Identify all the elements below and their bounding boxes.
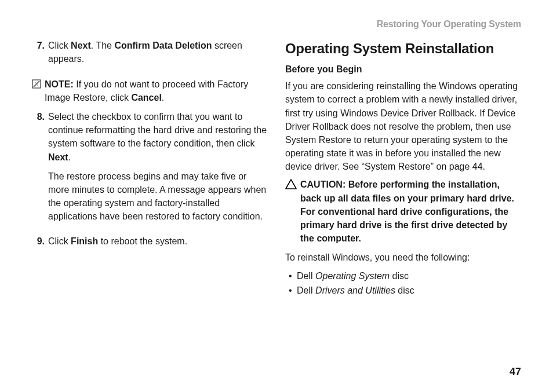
bold-text: Finish bbox=[71, 236, 98, 246]
paragraph: If you are considering reinstalling the … bbox=[285, 79, 521, 173]
note-block: NOTE: If you do not want to proceed with… bbox=[32, 78, 268, 104]
caution-text: CAUTION: Before performing the installat… bbox=[300, 178, 521, 245]
text: . bbox=[68, 152, 71, 162]
text: Dell bbox=[297, 271, 315, 281]
paragraph: To reinstall Windows, you need the follo… bbox=[285, 251, 521, 264]
text: disc bbox=[390, 271, 409, 281]
bold-text: Next bbox=[71, 41, 91, 50]
text: Click bbox=[48, 236, 71, 246]
manual-page: Restoring Your Operating System 7. Click… bbox=[0, 0, 553, 392]
bold-text: Confirm Data Deletion bbox=[114, 41, 212, 50]
text: Dell bbox=[297, 285, 315, 295]
note-body: NOTE: If you do not want to proceed with… bbox=[45, 78, 268, 104]
list-item: Dell Drivers and Utilities disc bbox=[296, 284, 521, 297]
step-number: 7. bbox=[32, 39, 45, 71]
text: Click bbox=[48, 41, 71, 50]
italic-text: Operating System bbox=[315, 271, 390, 281]
note-label: NOTE: bbox=[45, 79, 74, 89]
text: disc bbox=[395, 285, 414, 295]
paragraph: The restore process begins and may take … bbox=[48, 170, 268, 224]
step-body: Click Next. The Confirm Data Deletion sc… bbox=[48, 39, 268, 71]
bold-text: Cancel bbox=[131, 93, 161, 102]
caution-block: CAUTION: Before performing the installat… bbox=[285, 178, 521, 245]
step-body: Select the checkbox to confirm that you … bbox=[48, 110, 268, 229]
list-item: Dell Operating System disc bbox=[296, 269, 521, 283]
text: . The bbox=[91, 41, 115, 50]
step-9: 9. Click Finish to reboot the system. bbox=[32, 235, 268, 254]
svg-point-2 bbox=[37, 85, 38, 86]
section-subheading: Before you Begin bbox=[285, 63, 521, 76]
right-column: Operating System Reinstallation Before y… bbox=[285, 39, 521, 298]
page-number: 47 bbox=[510, 364, 521, 379]
step-number: 8. bbox=[32, 110, 45, 229]
italic-text: Drivers and Utilities bbox=[315, 285, 395, 295]
caution-icon bbox=[285, 178, 300, 245]
step-7: 7. Click Next. The Confirm Data Deletion… bbox=[32, 39, 268, 71]
step-number: 9. bbox=[32, 235, 45, 254]
bold-text: Next bbox=[48, 152, 68, 162]
step-8: 8. Select the checkbox to confirm that y… bbox=[32, 110, 268, 229]
section-heading: Operating System Reinstallation bbox=[285, 39, 521, 59]
note-icon bbox=[32, 78, 45, 104]
svg-point-1 bbox=[35, 82, 36, 83]
text: . bbox=[162, 93, 164, 102]
running-header: Restoring Your Operating System bbox=[32, 17, 521, 31]
text: Select the checkbox to confirm that you … bbox=[48, 112, 267, 148]
step-body: Click Finish to reboot the system. bbox=[48, 235, 268, 254]
left-column: 7. Click Next. The Confirm Data Deletion… bbox=[32, 39, 268, 298]
requirements-list: Dell Operating System disc Dell Drivers … bbox=[285, 269, 521, 297]
text: to reboot the system. bbox=[98, 236, 187, 246]
two-column-body: 7. Click Next. The Confirm Data Deletion… bbox=[32, 39, 521, 298]
